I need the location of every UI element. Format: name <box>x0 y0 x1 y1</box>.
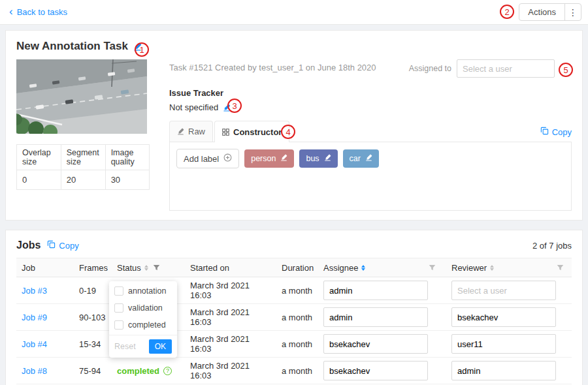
column-header-duration: Duration <box>276 263 318 273</box>
assignee-filter-icon[interactable] <box>429 264 436 271</box>
jobs-table: Job Frames Status Started on Duration As… <box>16 258 572 384</box>
param-value-overlap: 0 <box>17 170 61 190</box>
issue-tracker-value: Not specified <box>169 102 218 112</box>
pencil-icon <box>177 128 184 135</box>
job-link[interactable]: Job #9 <box>22 313 47 322</box>
question-circle-icon[interactable]: ? <box>163 367 172 375</box>
filter-ok-button[interactable]: OK <box>149 339 172 354</box>
label-chip-person-name: person <box>251 154 276 163</box>
reviewer-filter-icon[interactable] <box>557 264 564 271</box>
copy-label: Copy <box>59 241 78 251</box>
back-to-tasks-link[interactable]: ‹ Back to tasks <box>9 7 67 17</box>
actions-menu-button[interactable]: ⋮ <box>564 4 581 20</box>
tab-raw[interactable]: Raw <box>169 121 213 142</box>
column-header-status: Status <box>112 263 185 273</box>
tab-constructor[interactable]: Constructor <box>214 121 289 142</box>
assignee-sort-control[interactable] <box>361 265 365 271</box>
assignee-input[interactable] <box>323 334 428 354</box>
add-label-text: Add label <box>184 154 219 164</box>
started-value: March 3rd 2021 16:03 <box>190 361 250 380</box>
filter-reset-button[interactable]: Reset <box>114 342 136 351</box>
reviewer-input[interactable] <box>451 361 556 380</box>
labels-editor-tabs: Raw Constructor <box>169 121 289 142</box>
job-link[interactable]: Job #4 <box>22 339 47 349</box>
status-sort-control[interactable] <box>144 265 148 271</box>
duration-value: a month <box>282 366 312 376</box>
block-icon <box>222 129 229 136</box>
started-value: March 3rd 2021 16:03 <box>190 307 250 327</box>
label-chip-bus[interactable]: bus <box>299 149 337 168</box>
assignee-input[interactable] <box>323 307 428 327</box>
copy-labels-link[interactable]: Copy <box>540 127 572 137</box>
filter-option-completed[interactable]: completed <box>109 316 177 333</box>
job-link[interactable]: Job #8 <box>22 366 47 376</box>
table-row: Job #4 15-34 March 3rd 2021 16:03 a mont… <box>16 331 572 358</box>
reviewer-input[interactable] <box>451 281 556 300</box>
jobs-card: Jobs Copy 2 of 7 jobs Job Frames Status … <box>5 230 583 385</box>
frames-value: 90-103 <box>79 313 105 322</box>
callout-5: 5 <box>559 63 573 77</box>
copy-jobs-link[interactable]: Copy <box>47 240 78 251</box>
assigned-to-label: Assigned to <box>409 64 451 73</box>
edit-label-icon[interactable] <box>324 154 331 163</box>
filter-option-label: validation <box>128 303 163 313</box>
assigned-to-input[interactable] <box>457 59 555 78</box>
label-chip-bus-name: bus <box>306 154 319 163</box>
started-value: March 3rd 2021 16:03 <box>190 281 250 300</box>
task-meta-text: Task #1521 Created by test_user_1 on Jun… <box>169 63 376 72</box>
checkbox-validation[interactable] <box>114 303 123 313</box>
copy-label: Copy <box>552 127 572 137</box>
back-arrow-icon: ‹ <box>9 6 13 17</box>
kebab-icon: ⋮ <box>568 7 578 18</box>
jobs-count: 2 of 7 jobs <box>532 241 572 251</box>
duration-value: a month <box>282 339 312 349</box>
checkbox-completed[interactable] <box>114 320 123 330</box>
param-header-quality: Image quality <box>105 145 149 170</box>
actions-button-group: Actions ⋮ <box>519 3 581 21</box>
task-preview-image <box>16 59 147 134</box>
column-header-assignee: Assignee <box>318 263 446 273</box>
reviewer-input[interactable] <box>451 334 556 354</box>
copy-icon <box>47 240 56 251</box>
column-header-started: Started on <box>185 263 276 273</box>
callout-4: 4 <box>281 125 295 139</box>
frames-value: 15-34 <box>79 339 101 349</box>
status-filter-dropdown: annotation validation completed Reset OK <box>109 281 177 358</box>
label-chip-car-name: car <box>350 154 361 163</box>
task-card: New Annotation Task <box>5 30 583 221</box>
tab-constructor-label: Constructor <box>233 127 282 137</box>
traffic-scene-illustration <box>16 59 147 134</box>
edit-label-icon[interactable] <box>280 154 287 163</box>
plus-circle-icon <box>223 153 232 164</box>
assignee-input[interactable] <box>323 281 428 300</box>
task-parameters-table: Overlap size Segment size Image quality … <box>16 144 150 190</box>
param-header-overlap: Overlap size <box>17 145 61 170</box>
issue-tracker-label: Issue Tracker <box>169 88 572 98</box>
status-value: completed <box>117 366 159 376</box>
add-label-button[interactable]: Add label <box>176 149 239 168</box>
checkbox-annotation[interactable] <box>114 286 123 296</box>
assignee-input[interactable] <box>323 361 428 380</box>
status-filter-icon[interactable] <box>153 264 160 271</box>
param-value-segment: 20 <box>61 170 105 190</box>
reviewer-input[interactable] <box>451 307 556 327</box>
task-title: New Annotation Task <box>16 40 128 53</box>
edit-label-icon[interactable] <box>365 154 372 163</box>
column-header-frames: Frames <box>74 263 112 273</box>
frames-value: 75-94 <box>79 366 101 376</box>
column-header-reviewer: Reviewer <box>446 263 572 273</box>
filter-option-validation[interactable]: validation <box>109 300 177 316</box>
callout-1: 1 <box>135 42 149 57</box>
frames-value: 0-19 <box>79 286 96 296</box>
reviewer-sort-control[interactable] <box>490 265 494 271</box>
actions-button[interactable]: Actions <box>519 4 564 20</box>
callout-3: 3 <box>227 99 242 113</box>
table-row: Job #8 75-94 completed ? March 3rd 2021 … <box>16 358 572 384</box>
callout-2: 2 <box>500 5 514 19</box>
label-chip-car[interactable]: car <box>343 149 379 168</box>
duration-value: a month <box>282 286 312 296</box>
job-link[interactable]: Job #3 <box>22 286 47 296</box>
duration-value: a month <box>282 313 312 322</box>
filter-option-annotation[interactable]: annotation <box>109 283 177 300</box>
label-chip-person[interactable]: person <box>244 149 294 168</box>
